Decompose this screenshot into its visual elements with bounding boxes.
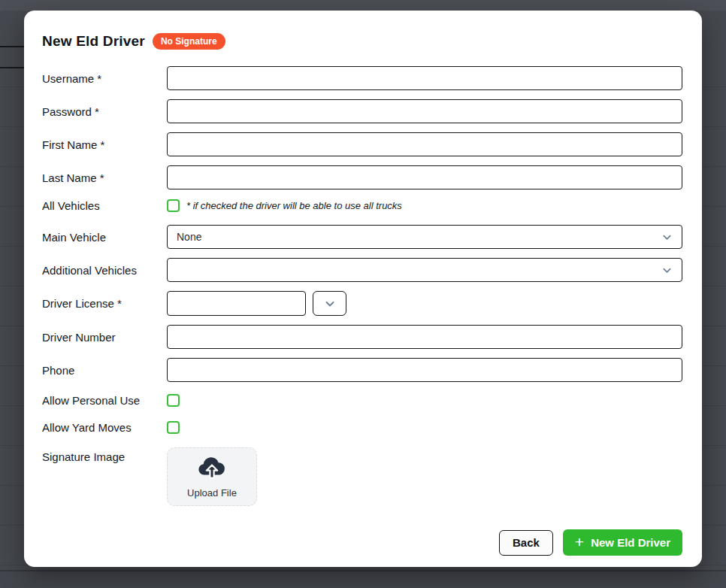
driver-number-row: Driver Number: [42, 325, 682, 349]
driver-license-row: Driver License *: [42, 291, 682, 316]
background-table-border: [0, 67, 26, 68]
chevron-down-icon: [661, 232, 673, 243]
background-footer: [0, 571, 726, 588]
back-button[interactable]: Back: [499, 530, 553, 556]
allow-yard-moves-row: Allow Yard Moves: [42, 420, 682, 434]
phone-label: Phone: [42, 364, 167, 377]
username-label: Username *: [42, 72, 167, 85]
username-input[interactable]: [167, 66, 682, 90]
plus-icon: +: [575, 534, 584, 550]
main-vehicle-select[interactable]: None: [167, 225, 682, 249]
chevron-down-icon: [324, 298, 336, 310]
all-vehicles-row: All Vehicles * if checked the driver wil…: [42, 199, 682, 212]
modal-title: New Eld Driver: [42, 33, 145, 50]
all-vehicles-label: All Vehicles: [42, 199, 167, 212]
phone-input[interactable]: [167, 358, 682, 382]
last-name-label: Last Name *: [42, 171, 167, 184]
new-eld-driver-modal: New Eld Driver No Signature Username * P…: [24, 11, 702, 567]
main-vehicle-value: None: [177, 231, 661, 243]
main-vehicle-row: Main Vehicle None: [42, 225, 682, 249]
signature-upload-dropzone[interactable]: Upload File: [167, 447, 257, 506]
no-signature-badge: No Signature: [153, 33, 225, 50]
all-vehicles-note: * if checked the driver will be able to …: [186, 200, 402, 211]
allow-personal-use-checkbox[interactable]: [167, 394, 180, 407]
first-name-row: First Name *: [42, 132, 682, 156]
driver-license-state-select[interactable]: [313, 291, 346, 316]
additional-vehicles-label: Additional Vehicles: [42, 264, 167, 277]
all-vehicles-checkbox[interactable]: [167, 199, 180, 212]
new-eld-driver-button-label: New Eld Driver: [591, 536, 670, 549]
allow-personal-use-label: Allow Personal Use: [42, 394, 167, 407]
cloud-upload-icon: [196, 456, 228, 483]
username-row: Username *: [42, 66, 682, 90]
driver-license-label: Driver License *: [42, 297, 167, 310]
allow-yard-moves-checkbox[interactable]: [167, 421, 180, 434]
upload-file-label: Upload File: [187, 487, 237, 499]
last-name-row: Last Name *: [42, 165, 682, 189]
new-eld-driver-button[interactable]: + New Eld Driver: [563, 529, 682, 556]
signature-image-label: Signature Image: [42, 447, 167, 463]
modal-footer: Back + New Eld Driver: [42, 529, 682, 556]
allow-yard-moves-label: Allow Yard Moves: [42, 421, 167, 434]
additional-vehicles-select[interactable]: [167, 258, 682, 282]
last-name-input[interactable]: [167, 165, 682, 189]
signature-image-row: Signature Image Upload File: [42, 447, 682, 506]
background-header-bar: [0, 0, 726, 11]
chevron-down-icon: [661, 265, 673, 276]
additional-vehicles-row: Additional Vehicles: [42, 258, 682, 282]
first-name-input[interactable]: [167, 132, 682, 156]
password-label: Password *: [42, 105, 167, 118]
driver-number-label: Driver Number: [42, 331, 167, 344]
driver-license-input[interactable]: [167, 291, 306, 316]
password-row: Password *: [42, 99, 682, 123]
first-name-label: First Name *: [42, 138, 167, 151]
driver-number-input[interactable]: [167, 325, 682, 349]
modal-header: New Eld Driver No Signature: [42, 33, 682, 50]
main-vehicle-label: Main Vehicle: [42, 231, 167, 244]
allow-personal-use-row: Allow Personal Use: [42, 393, 682, 407]
background-table-border: [0, 46, 26, 47]
phone-row: Phone: [42, 358, 682, 382]
password-input[interactable]: [167, 99, 682, 123]
